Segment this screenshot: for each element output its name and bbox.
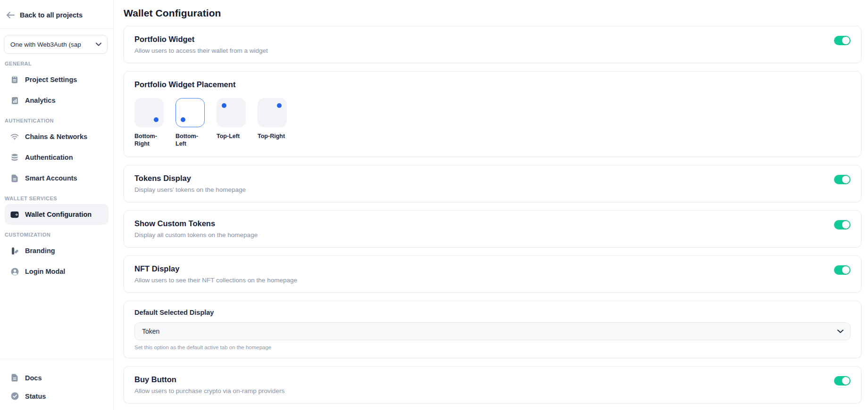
card-title: Portfolio Widget Placement bbox=[134, 80, 851, 89]
analytics-icon bbox=[10, 96, 19, 105]
section-label-general: GENERAL bbox=[5, 61, 108, 66]
card-description: Display all custom tokens on the homepag… bbox=[134, 231, 258, 238]
card-description: Display users' tokens on the homepage bbox=[134, 186, 246, 193]
card-title: Show Custom Tokens bbox=[134, 219, 258, 228]
default-display-select[interactable]: Token bbox=[134, 322, 851, 340]
sidebar-item-wallet-configuration[interactable]: Wallet Configuration bbox=[5, 204, 108, 225]
placement-option-bottom-right[interactable] bbox=[134, 98, 164, 127]
card-description: Allow users to purchase crypto via on-ra… bbox=[134, 387, 284, 394]
field-helper-text: Set this option as the default active ta… bbox=[134, 344, 851, 350]
section-label-wallet-services: WALLET SERVICES bbox=[5, 196, 108, 201]
sidebar-item-login-modal[interactable]: Login Modal bbox=[5, 261, 108, 282]
section-label-customization: CUSTOMIZATION bbox=[5, 232, 108, 238]
toggle-knob bbox=[842, 176, 850, 183]
toggle-knob bbox=[842, 266, 850, 274]
sidebar-item-branding[interactable]: Branding bbox=[5, 240, 108, 261]
project-select[interactable]: One with Web3Auth (sap bbox=[4, 35, 108, 54]
sidebar-item-status[interactable]: Status bbox=[5, 387, 108, 405]
placement-dot bbox=[277, 103, 282, 108]
arrow-left-icon bbox=[7, 12, 15, 18]
toggle-knob bbox=[842, 377, 850, 385]
main-content: Wallet Configuration Portfolio Widget Al… bbox=[114, 0, 868, 410]
placement-option-top-left[interactable] bbox=[217, 98, 246, 127]
sidebar-item-label: Docs bbox=[25, 374, 42, 382]
sidebar-nav: GENERAL Project Settings Analytics AUTHE… bbox=[0, 54, 113, 359]
page-title: Wallet Configuration bbox=[124, 8, 861, 19]
field-label: Default Selected Display bbox=[134, 309, 851, 316]
portfolio-widget-toggle[interactable] bbox=[834, 36, 851, 45]
clipboard-icon bbox=[10, 75, 19, 84]
document-icon bbox=[10, 374, 19, 382]
user-icon bbox=[10, 267, 19, 276]
card-title: NFT Display bbox=[134, 264, 297, 273]
chevron-down-icon bbox=[96, 42, 101, 46]
sidebar-item-label: Branding bbox=[25, 247, 55, 254]
sidebar-item-label: Chains & Networks bbox=[25, 133, 87, 140]
card-portfolio-widget: Portfolio Widget Allow users to access t… bbox=[124, 26, 861, 63]
wallet-icon bbox=[10, 210, 19, 219]
section-label-authentication: AUTHENTICATION bbox=[5, 118, 108, 123]
placement-label: Top-Right bbox=[258, 132, 286, 140]
document-icon bbox=[10, 174, 19, 182]
card-title: Buy Button bbox=[134, 375, 284, 384]
sidebar: Back to all projects One with Web3Auth (… bbox=[0, 0, 114, 410]
sidebar-item-docs[interactable]: Docs bbox=[5, 369, 108, 387]
brand-icon bbox=[10, 246, 19, 255]
placement-option-top-right[interactable] bbox=[258, 98, 287, 127]
nft-display-toggle[interactable] bbox=[834, 265, 851, 275]
sidebar-item-analytics[interactable]: Analytics bbox=[5, 90, 108, 111]
sidebar-item-smart-accounts[interactable]: Smart Accounts bbox=[5, 168, 108, 189]
database-icon bbox=[10, 153, 19, 162]
card-show-custom-tokens: Show Custom Tokens Display all custom to… bbox=[124, 210, 861, 247]
sidebar-item-label: Smart Accounts bbox=[25, 174, 77, 182]
project-select-value: One with Web3Auth (sap bbox=[10, 41, 81, 48]
sidebar-item-label: Authentication bbox=[25, 154, 73, 161]
back-to-projects-link[interactable]: Back to all projects bbox=[0, 0, 113, 29]
sidebar-item-label: Login Modal bbox=[25, 268, 65, 275]
card-default-selected-display: Default Selected Display Token Set this … bbox=[124, 301, 861, 358]
buy-button-toggle[interactable] bbox=[834, 376, 851, 385]
placement-label: Bottom-Left bbox=[175, 132, 204, 148]
placement-dot bbox=[222, 103, 226, 108]
sidebar-item-label: Analytics bbox=[25, 97, 55, 104]
wifi-icon bbox=[10, 132, 19, 141]
card-buy-button: Buy Button Allow users to purchase crypt… bbox=[124, 366, 861, 403]
sidebar-item-authentication[interactable]: Authentication bbox=[5, 147, 108, 168]
card-portfolio-widget-placement: Portfolio Widget Placement Bottom-Right … bbox=[124, 71, 861, 157]
show-custom-tokens-toggle[interactable] bbox=[834, 220, 851, 230]
sidebar-item-chains-networks[interactable]: Chains & Networks bbox=[5, 126, 108, 147]
toggle-knob bbox=[842, 37, 850, 44]
card-title: Portfolio Widget bbox=[134, 35, 268, 44]
tokens-display-toggle[interactable] bbox=[834, 175, 851, 184]
sidebar-item-project-settings[interactable]: Project Settings bbox=[5, 69, 108, 90]
placement-dot bbox=[154, 117, 159, 122]
placement-option-bottom-left[interactable] bbox=[175, 98, 205, 127]
chevron-down-icon bbox=[837, 329, 843, 333]
card-description: Allow users to see their NFT collections… bbox=[134, 277, 297, 284]
placement-label: Bottom-Right bbox=[134, 132, 163, 148]
card-tokens-display: Tokens Display Display users' tokens on … bbox=[124, 165, 861, 202]
placement-options: Bottom-Right Bottom-Left Top-Left Top-Ri… bbox=[134, 98, 851, 148]
check-circle-icon bbox=[10, 392, 19, 401]
sidebar-item-label: Project Settings bbox=[25, 76, 77, 83]
placement-dot bbox=[181, 117, 185, 122]
sidebar-item-label: Status bbox=[25, 393, 46, 400]
card-description: Allow users to access their wallet from … bbox=[134, 47, 268, 54]
card-title: Tokens Display bbox=[134, 174, 246, 183]
select-value: Token bbox=[142, 328, 159, 335]
sidebar-item-label: Wallet Configuration bbox=[25, 211, 92, 218]
sidebar-footer: Docs Status bbox=[0, 359, 113, 410]
card-nft-display: NFT Display Allow users to see their NFT… bbox=[124, 255, 861, 293]
back-link-label: Back to all projects bbox=[20, 11, 83, 19]
placement-label: Top-Left bbox=[217, 132, 245, 140]
toggle-knob bbox=[842, 221, 850, 229]
